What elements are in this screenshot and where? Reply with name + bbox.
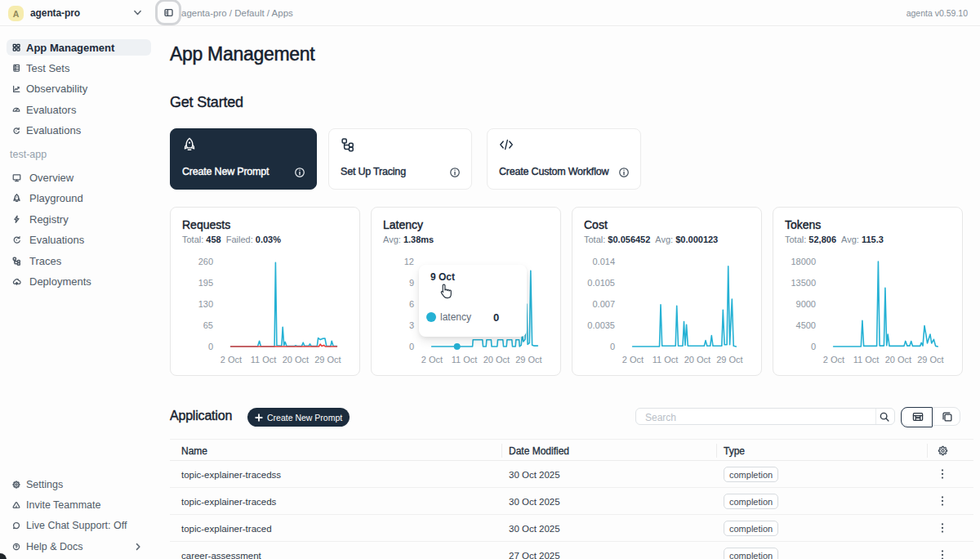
info-icon[interactable] (294, 167, 305, 178)
table-header: NameDate ModifiedType (170, 439, 973, 461)
x-axis-tick-label: 20 Oct (483, 355, 510, 364)
sidebar-item-label: Deployments (29, 275, 91, 288)
sidebar-item-evaluations[interactable]: Evaluations (7, 232, 151, 248)
sidebar-item-traces[interactable]: Traces (7, 253, 151, 269)
tree-icon (341, 137, 355, 152)
sidebar-item-evaluations[interactable]: Evaluations (7, 123, 151, 139)
y-axis-tick-label: 0.0105 (587, 278, 615, 288)
row-actions-dots-icon[interactable] (936, 494, 949, 508)
y-axis-tick-label: 0 (811, 342, 816, 351)
y-axis-tick-label: 13500 (791, 278, 816, 288)
breadcrumb: agenta-pro / Default / Apps (181, 8, 293, 18)
chat-icon (12, 521, 20, 530)
cell-date-modified: 30 Oct 2025 (509, 461, 560, 488)
x-axis-tick-label: 11 Oct (251, 355, 277, 364)
table-row[interactable]: topic-explainer-tracedss30 Oct 2025compl… (170, 461, 973, 488)
workspace-avatar[interactable]: A (8, 6, 24, 21)
sidebar-item-label: App Management (26, 42, 114, 54)
type-badge: completion (724, 521, 778, 536)
search-input[interactable]: Search (635, 408, 895, 425)
sidebar-item-settings[interactable]: Settings (7, 476, 151, 493)
table-settings-gear-icon[interactable] (938, 445, 948, 456)
x-axis-tick-label: 29 Oct (716, 355, 742, 364)
sidebar-item-label: Evaluations (26, 124, 81, 136)
sidebar-item-invite-teammate[interactable]: Invite Teammate (7, 497, 151, 513)
sidebar-item-overview[interactable]: Overview (7, 170, 151, 186)
get-started-card-set-up-tracing[interactable]: Set Up Tracing (328, 128, 472, 190)
sidebar-item-help-docs[interactable]: Help & Docs (7, 539, 151, 555)
x-axis-tick-label: 20 Oct (885, 355, 911, 364)
x-axis-tick-label: 2 Oct (421, 355, 443, 364)
row-actions-dots-icon[interactable] (936, 467, 949, 481)
column-header-date-modified[interactable]: Date Modified (509, 440, 569, 462)
tree-icon (12, 257, 21, 266)
table-row[interactable]: topic-explainer-traced30 Oct 2025complet… (170, 515, 973, 542)
workspace-name[interactable]: agenta-pro (30, 7, 80, 19)
tooltip-date: 9 Oct (430, 271, 455, 283)
help-icon (12, 543, 20, 551)
get-started-card-label: Create Custom Workflow (499, 166, 608, 177)
get-started-card-create-custom-workflow[interactable]: Create Custom Workflow (487, 128, 641, 190)
chevron-down-icon[interactable] (132, 7, 143, 18)
type-badge: completion (724, 494, 778, 509)
sync-icon (12, 235, 21, 244)
sidebar-item-deployments[interactable]: Deployments (7, 273, 151, 289)
y-axis-tick-label: 260 (198, 257, 213, 266)
main-content: App Management Get Started Create New Pr… (170, 26, 973, 559)
chevron-right-icon (133, 542, 143, 552)
card-view-icon[interactable] (942, 411, 953, 423)
gear-icon (12, 481, 20, 489)
sidebar-item-registry[interactable]: Registry (7, 211, 151, 227)
x-axis-tick-label: 2 Oct (622, 355, 644, 364)
search-placeholder: Search (645, 412, 676, 423)
application-title: Application (170, 409, 232, 423)
sidebar: App ManagementTest SetsObservabilityEval… (0, 26, 163, 559)
search-divider (875, 409, 876, 424)
sidebar-menu-section: SettingsInvite TeammateLive Chat Support… (7, 476, 151, 559)
table-row[interactable]: career-assessment27 Oct 2025completion (170, 542, 973, 559)
sidebar-item-live-chat-support-off[interactable]: Live Chat Support: Off (7, 517, 151, 534)
sidebar-item-playground[interactable]: Playground (7, 190, 151, 207)
get-started-title: Get Started (170, 94, 243, 111)
view-toggle (901, 407, 960, 426)
row-actions-dots-icon[interactable] (936, 548, 949, 559)
row-actions-dots-icon[interactable] (936, 521, 949, 534)
search-icon[interactable] (879, 411, 890, 423)
info-icon[interactable] (618, 167, 630, 178)
x-axis-tick-label: 2 Oct (220, 355, 242, 364)
get-started-card-create-new-prompt[interactable]: Create New Prompt (170, 128, 317, 190)
sidebar-item-evaluators[interactable]: Evaluators (7, 101, 151, 118)
create-new-prompt-button[interactable]: Create New Prompt (247, 408, 350, 427)
column-separator (927, 444, 928, 458)
info-icon[interactable] (449, 167, 461, 178)
gauge-icon (12, 105, 20, 114)
table-row[interactable]: topic-explainer-traceds30 Oct 2025comple… (170, 488, 973, 515)
x-axis-tick-label: 2 Oct (823, 355, 844, 364)
sidebar-item-label: Evaluators (26, 104, 76, 116)
sidebar-toggle-icon[interactable] (164, 8, 173, 17)
chart-requests: 2601951306502 Oct11 Oct20 Oct29 Oct (171, 208, 361, 377)
stat-card-cost: CostTotal: $0.056452Avg: $0.0001230.0140… (572, 207, 762, 376)
sidebar-item-label: Settings (26, 479, 63, 490)
table-body: topic-explainer-tracedss30 Oct 2025compl… (170, 461, 973, 559)
sidebar-item-observability[interactable]: Observability (7, 81, 151, 97)
column-header-type[interactable]: Type (724, 440, 745, 462)
monitor-icon (12, 173, 21, 182)
y-axis-tick-label: 0 (208, 342, 213, 351)
y-axis-tick-label: 0 (409, 342, 414, 351)
rocket-icon (182, 137, 197, 152)
tooltip-series-name: latency (440, 311, 471, 323)
x-axis-tick-label: 20 Oct (283, 355, 309, 364)
column-separator (501, 444, 502, 458)
type-badge: completion (724, 548, 778, 559)
sidebar-item-app-management[interactable]: App Management (7, 39, 151, 56)
sidebar-item-test-sets[interactable]: Test Sets (7, 60, 151, 76)
table-view-icon[interactable] (912, 411, 924, 423)
cell-name: topic-explainer-traced (181, 515, 272, 542)
column-header-name[interactable]: Name (181, 440, 207, 462)
cell-date-modified: 30 Oct 2025 (509, 488, 560, 515)
stat-card-latency: LatencyAvg: 1.38ms1296302 Oct11 Oct20 Oc… (371, 207, 561, 376)
page-title: App Management (170, 43, 314, 65)
chart-cost: 0.0140.01050.0070.003502 Oct11 Oct20 Oct… (572, 208, 763, 377)
x-axis-tick-label: 20 Oct (684, 355, 710, 364)
